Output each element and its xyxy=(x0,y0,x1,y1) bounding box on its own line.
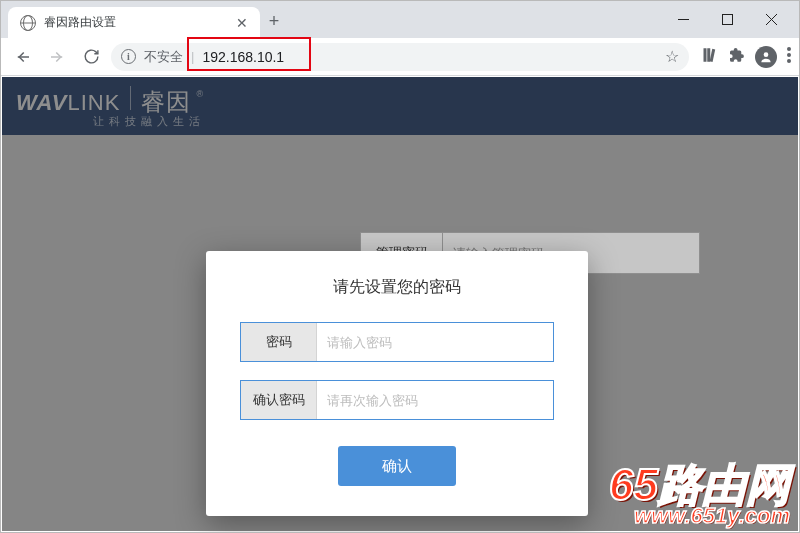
close-window-button[interactable] xyxy=(749,5,793,35)
reload-icon xyxy=(83,48,100,65)
profile-avatar[interactable] xyxy=(755,46,777,68)
toolbar-right xyxy=(695,46,791,68)
bookmark-star-icon[interactable]: ☆ xyxy=(665,47,679,66)
browser-menu-button[interactable] xyxy=(787,47,791,67)
svg-rect-7 xyxy=(707,48,710,62)
confirm-password-input[interactable] xyxy=(317,381,553,419)
confirm-password-field: 确认密码 xyxy=(240,380,554,420)
page-viewport: WAVLINK 睿因® 让科技融入生活 管理密码 确认 请先设置您的密码 密码 … xyxy=(2,77,798,531)
maximize-icon xyxy=(722,14,733,25)
svg-point-10 xyxy=(787,47,791,51)
browser-toolbar: i 不安全 | 192.168.10.1 ☆ xyxy=(1,38,799,76)
svg-rect-6 xyxy=(704,48,707,62)
modal-title: 请先设置您的密码 xyxy=(240,277,554,298)
password-input[interactable] xyxy=(317,323,553,361)
reading-list-icon-svg xyxy=(699,46,717,64)
extensions-icon[interactable] xyxy=(727,46,745,68)
browser-titlebar: 睿因路由设置 ✕ + xyxy=(1,1,799,38)
svg-rect-8 xyxy=(710,48,716,61)
password-field: 密码 xyxy=(240,322,554,362)
svg-rect-1 xyxy=(722,15,732,25)
url-text: 192.168.10.1 xyxy=(202,49,284,65)
close-tab-icon[interactable]: ✕ xyxy=(236,15,248,31)
arrow-left-icon xyxy=(14,48,32,66)
arrow-right-icon xyxy=(48,48,66,66)
reading-list-icon[interactable] xyxy=(699,46,717,68)
address-bar[interactable]: i 不安全 | 192.168.10.1 ☆ xyxy=(111,43,689,71)
new-tab-button[interactable]: + xyxy=(260,5,288,38)
svg-point-12 xyxy=(787,59,791,63)
security-divider: | xyxy=(191,49,194,64)
insecure-label: 不安全 xyxy=(144,48,183,66)
kebab-icon xyxy=(787,47,791,63)
browser-tab[interactable]: 睿因路由设置 ✕ xyxy=(8,7,260,38)
modal-submit-button[interactable]: 确认 xyxy=(338,446,456,486)
person-icon xyxy=(759,50,773,64)
maximize-button[interactable] xyxy=(705,5,749,35)
minimize-button[interactable] xyxy=(661,5,705,35)
close-icon xyxy=(766,14,777,25)
minimize-icon xyxy=(678,14,689,25)
set-password-modal: 请先设置您的密码 密码 确认密码 确认 xyxy=(206,251,588,516)
window-controls xyxy=(661,1,799,38)
svg-point-9 xyxy=(764,52,769,57)
nav-forward-button[interactable] xyxy=(43,43,71,71)
globe-icon xyxy=(20,15,36,31)
reload-button[interactable] xyxy=(77,43,105,71)
nav-back-button[interactable] xyxy=(9,43,37,71)
tab-title: 睿因路由设置 xyxy=(44,14,228,31)
site-info-icon[interactable]: i xyxy=(121,49,136,64)
password-label: 密码 xyxy=(241,323,317,361)
svg-point-11 xyxy=(787,53,791,57)
confirm-password-label: 确认密码 xyxy=(241,381,317,419)
puzzle-icon xyxy=(727,46,745,64)
